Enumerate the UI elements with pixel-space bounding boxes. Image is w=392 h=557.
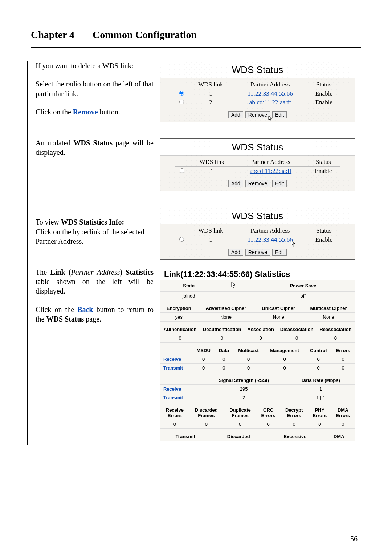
paragraph: Click on the Remove button. xyxy=(36,107,154,117)
page-number: 56 xyxy=(350,535,358,543)
chapter-heading: Chapter 4Common Configuration xyxy=(31,29,361,41)
partner-address-link[interactable]: ab:cd:11:22:aa:ff xyxy=(250,167,291,174)
remove-button[interactable]: Remove xyxy=(245,180,270,187)
remove-button[interactable]: Remove xyxy=(245,249,270,256)
table-row: 1 11:22:33:44:55:66 Enable xyxy=(175,235,340,245)
wds-table: WDS link Partner Address Status 1 11:22:… xyxy=(175,80,340,107)
panel-title: WDS Status xyxy=(160,61,355,78)
row-radio[interactable] xyxy=(179,91,184,96)
stats-title: Link(11:22:33:44:55:66) Statistics xyxy=(160,268,355,280)
edit-button[interactable]: Edit xyxy=(272,111,287,118)
remove-button[interactable]: Remove xyxy=(245,111,270,118)
add-button[interactable]: Add xyxy=(228,111,243,118)
partner-address-link[interactable]: ab:cd:11:22:aa:ff xyxy=(249,99,291,106)
table-row: 1 ab:cd:11:22:aa:ff Enable xyxy=(175,167,340,176)
paragraph: Select the radio button on the left of t… xyxy=(36,79,154,98)
row-radio[interactable] xyxy=(180,168,184,173)
partner-address-link[interactable]: 11:22:33:44:55:66 xyxy=(248,90,293,97)
table-row: 1 11:22:33:44:55:66 Enable xyxy=(175,89,340,98)
heading-rule xyxy=(31,47,361,48)
paragraph: To view WDS Statistics Info: Click on th… xyxy=(36,217,154,246)
cursor-icon xyxy=(231,284,237,290)
table-row: 2 ab:cd:11:22:aa:ff Enable xyxy=(175,98,340,107)
partner-address-link[interactable]: 11:22:33:44:55:66 xyxy=(248,236,293,243)
add-button[interactable]: Add xyxy=(228,249,243,256)
wds-status-panel-2: WDS Status WDS link Partner Address Stat… xyxy=(160,138,355,191)
panel-title: WDS Status xyxy=(160,207,355,224)
paragraph: Click on the Back button to return to th… xyxy=(36,305,154,324)
wds-status-panel-3: WDS Status WDS link Partner Address Stat… xyxy=(160,207,355,260)
wds-table: WDS link Partner Address Status 1 ab:cd:… xyxy=(175,158,340,175)
edit-button[interactable]: Edit xyxy=(272,249,287,256)
row-radio[interactable] xyxy=(179,100,184,104)
wds-table: WDS link Partner Address Status 1 11:22:… xyxy=(175,226,340,244)
edit-button[interactable]: Edit xyxy=(272,180,287,187)
remove-label: Remove xyxy=(73,108,98,116)
paragraph: If you want to delete a WDS link: xyxy=(36,61,154,70)
back-label: Back xyxy=(77,306,93,314)
paragraph: An updated WDS Status page will be displ… xyxy=(36,138,154,157)
add-button[interactable]: Add xyxy=(228,180,243,187)
row-radio[interactable] xyxy=(179,237,184,242)
wds-status-panel-1: WDS Status WDS link Partner Address Stat… xyxy=(160,61,355,122)
link-statistics-panel: Link(11:22:33:44:55:66) Statistics State… xyxy=(160,268,355,441)
panel-title: WDS Status xyxy=(160,139,355,156)
paragraph: The Link (Partner Address) Statistics ta… xyxy=(36,267,154,296)
